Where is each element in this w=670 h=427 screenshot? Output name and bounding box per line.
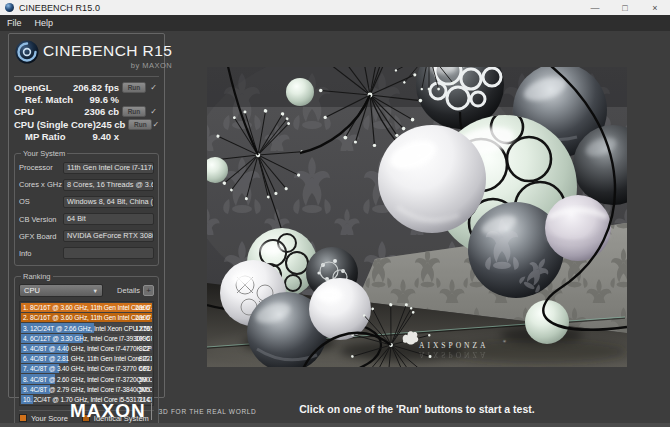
system-field-label: Cores x GHz	[19, 180, 63, 189]
result-label: Ref. Match	[14, 94, 73, 105]
benchmark-panel: CINEBENCH R15 by MAXON OpenGL206.82 fpsR…	[8, 33, 165, 398]
ranking-row[interactable]: 1. 8C/16T @ 3.60 GHz, 11th Gen Intel Cor…	[21, 303, 152, 312]
render-scene: AIXSPONZA ® AIXSPONZA	[207, 67, 627, 367]
system-field-input[interactable]: 8 Cores, 16 Threads @ 3.60 GHz	[63, 179, 154, 191]
ranking-row-label: 2. 8C/16T @ 3.60 GHz, 11th Gen Intel Cor…	[23, 314, 152, 321]
run-button[interactable]: Run	[122, 82, 146, 93]
system-field-input[interactable]: 64 Bit	[63, 213, 154, 225]
svg-text:AIXSPONZA: AIXSPONZA	[419, 341, 489, 350]
ranking-row-label: 8. 4C/8T @ 2.60 GHz, Intel Core i7-3720Q…	[23, 376, 152, 383]
check-icon: ✓	[152, 120, 159, 129]
small-green-sphere-front	[525, 300, 569, 344]
ranking-row-score: 505	[139, 386, 150, 393]
system-field-row: OSWindows 8, 64 Bit, China (build 9200)	[19, 193, 154, 210]
status-text: Click on one of the 'Run' buttons to sta…	[207, 403, 627, 415]
ranking-row[interactable]: 2. 8C/16T @ 3.60 GHz, 11th Gen Intel Cor…	[21, 313, 152, 322]
ranking-controls: CPU ▼ Details +	[19, 283, 154, 298]
run-button[interactable]: Run	[122, 106, 146, 117]
ranking-row-label: 6. 4C/8T @ 2.81 GHz, 11th Gen Intel Core…	[23, 355, 152, 362]
svg-text:AIXSPONZA: AIXSPONZA	[419, 350, 489, 359]
menu-item-help[interactable]: Help	[35, 18, 54, 28]
check-icon: ✓	[148, 83, 159, 92]
your-system-legend: Your System	[21, 149, 67, 158]
ranking-row-label: 7. 4C/8T @ 3.40 GHz, Intel Core i7-3770 …	[23, 365, 152, 372]
ranking-row[interactable]: 3. 12C/24T @ 2.66 GHz, Intel Xeon CPU X5…	[21, 323, 152, 332]
ranking-row[interactable]: 5. 4C/8T @ 4.40 GHz, Intel Core i7-4770K…	[21, 344, 152, 353]
system-field-row: GFX BoardNVIDIA GeForce RTX 3080/PCIe/SS…	[19, 228, 154, 245]
chevron-down-icon: ▼	[93, 288, 98, 294]
close-button[interactable]: ×	[640, 0, 670, 15]
white-sphere-bottom	[309, 278, 371, 340]
ranking-row[interactable]: 8. 4C/8T @ 2.60 GHz, Intel Core i7-3720Q…	[21, 374, 152, 383]
app-logo-subtitle: by MAXON	[43, 61, 172, 70]
system-field-label: OS	[19, 197, 63, 206]
result-row: Ref. Match99.6 %	[14, 93, 159, 105]
ranking-row-label: 3. 12C/24T @ 2.66 GHz, Intel Xeon CPU X5…	[23, 325, 152, 332]
system-field-input[interactable]: NVIDIA GeForce RTX 3080/PCIe/SSE2	[63, 230, 154, 242]
menu-bar: FileHelp	[0, 15, 670, 31]
your-system-group: Your System Processor11th Gen Intel Core…	[14, 149, 159, 266]
results-section: OpenGL206.82 fpsRun✓Ref. Match99.6 %CPU2…	[14, 81, 159, 143]
ranking-row-score: 2306	[135, 314, 150, 321]
small-green-sphere	[286, 78, 314, 106]
system-field-row: CB Version64 Bit	[19, 211, 154, 228]
minimize-button[interactable]: —	[580, 0, 610, 15]
result-row: OpenGL206.82 fpsRun✓	[14, 81, 159, 93]
ranking-row[interactable]: 4. 6C/12T @ 3.30 GHz, Intel Core i7-3930…	[21, 334, 152, 343]
maxon-logo: MAXON	[70, 400, 146, 422]
ranking-row-label: 9. 4C/8T @ 2.79 GHz, Intel Core i7-3840Q…	[23, 386, 152, 393]
ranking-row-score: 590	[139, 376, 150, 383]
system-field-row: Processor11th Gen Intel Core i7-11700KF	[19, 159, 154, 176]
system-field-input[interactable]	[63, 247, 154, 259]
white-glossy-sphere	[378, 125, 486, 233]
menu-item-file[interactable]: File	[7, 18, 22, 28]
app-icon	[5, 3, 14, 12]
striped-sphere	[545, 195, 611, 261]
system-field-label: GFX Board	[19, 232, 63, 241]
ranking-list: 1. 8C/16T @ 3.60 GHz, 11th Gen Intel Cor…	[19, 301, 154, 406]
system-field-label: Info	[19, 249, 63, 258]
system-field-label: Processor	[19, 163, 63, 172]
ranking-row-score: 1279	[135, 325, 150, 332]
ranking-row-label: 5. 4C/8T @ 4.40 GHz, Intel Core i7-4770K…	[23, 345, 152, 352]
logo-text-block: CINEBENCH R15 by MAXON	[43, 39, 172, 70]
result-label: OpenGL	[14, 82, 51, 93]
details-expand-button[interactable]: +	[143, 285, 154, 296]
ranking-row-score: 822	[139, 355, 150, 362]
title-bar: CINEBENCH R15.0 — □ ×	[0, 0, 670, 15]
result-row: CPU (Single Core)245 cbRun✓	[14, 118, 159, 130]
svg-text:®: ®	[503, 339, 506, 344]
ranking-row-score: 2306	[135, 304, 150, 311]
ranking-row[interactable]: 7. 4C/8T @ 3.40 GHz, Intel Core i7-3770 …	[21, 364, 152, 373]
system-field-row: Info	[19, 245, 154, 262]
ranking-row-score: 822	[139, 345, 150, 352]
ranking-filter-value: CPU	[24, 286, 40, 295]
ranking-row[interactable]: 6. 4C/8T @ 2.81 GHz, 11th Gen Intel Core…	[21, 354, 152, 363]
result-value: 99.6 %	[73, 94, 119, 105]
details-label: Details	[117, 286, 140, 295]
result-label: CPU (Single Core)	[14, 119, 96, 130]
legend-swatch	[19, 414, 27, 422]
ranking-row[interactable]: 9. 4C/8T @ 2.79 GHz, Intel Core i7-3840Q…	[21, 385, 152, 394]
window-edge	[0, 423, 670, 427]
result-row: MP Ratio9.40 x	[14, 131, 159, 143]
result-label: CPU	[14, 106, 34, 117]
ranking-row-score: 662	[139, 365, 150, 372]
system-field-input[interactable]: Windows 8, 64 Bit, China (build 9200)	[63, 196, 154, 208]
system-field-label: CB Version	[19, 215, 63, 224]
run-button[interactable]: Run	[128, 119, 152, 130]
ranking-row-score: 1096	[135, 335, 150, 342]
divider	[151, 403, 152, 420]
run-button-slot: Run	[122, 82, 148, 93]
system-fields: Processor11th Gen Intel Core i7-11700KFC…	[19, 159, 154, 262]
cinema4d-logo-icon	[14, 39, 40, 69]
system-field-input[interactable]: 11th Gen Intel Core i7-11700KF	[63, 162, 154, 174]
divider	[14, 76, 159, 77]
result-value: 245 cb	[96, 119, 126, 130]
render-viewport: AIXSPONZA ® AIXSPONZA	[207, 67, 627, 367]
app-window: CINEBENCH R15.0 — □ × FileHelp	[0, 0, 670, 427]
app-logo-title: CINEBENCH R15	[43, 42, 172, 60]
maximize-button[interactable]: □	[610, 0, 640, 15]
ranking-filter-dropdown[interactable]: CPU ▼	[19, 284, 103, 297]
result-label: MP Ratio	[14, 131, 65, 142]
